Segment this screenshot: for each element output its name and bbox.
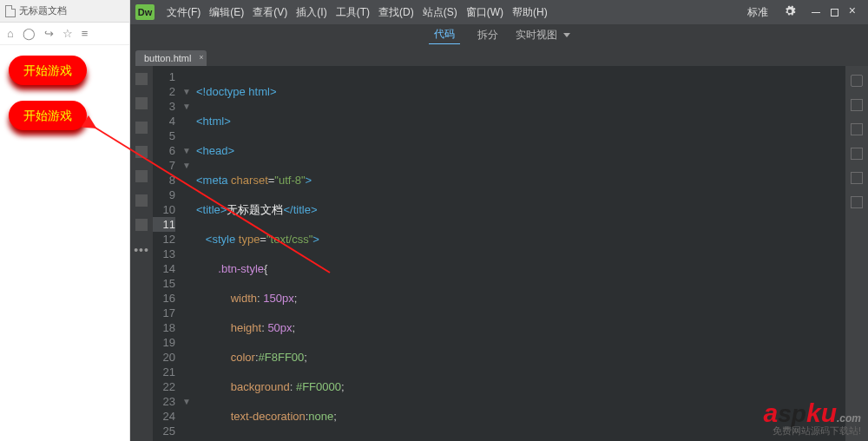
menu-find[interactable]: 查找(D): [375, 5, 418, 20]
tool-icon[interactable]: [135, 122, 148, 134]
more-tools-icon[interactable]: •••: [134, 243, 149, 257]
file-icon: [5, 5, 16, 17]
menu-edit[interactable]: 编辑(E): [206, 5, 247, 20]
tool-icon[interactable]: [135, 219, 148, 231]
panel-icon[interactable]: [851, 123, 863, 135]
view-split[interactable]: 拆分: [472, 26, 503, 44]
left-tool-rail: •••: [130, 66, 153, 441]
menu-help[interactable]: 帮助(H): [509, 5, 551, 20]
view-code[interactable]: 代码: [429, 25, 460, 44]
preview-toolbar: ⌂ ◯ ↪ ☆ ≡: [0, 23, 129, 45]
menu-view[interactable]: 查看(V): [249, 5, 291, 20]
settings-button[interactable]: [777, 5, 803, 20]
reload-icon[interactable]: ◯: [23, 27, 36, 40]
code-editor[interactable]: 1234567891011121314151617181920212223242…: [153, 66, 845, 441]
menu-insert[interactable]: 插入(I): [293, 5, 330, 20]
preview-body: 开始游戏 开始游戏: [0, 45, 129, 441]
live-preview-panel: 无标题文档 ⌂ ◯ ↪ ☆ ≡ 开始游戏 开始游戏: [0, 0, 130, 441]
ide-panel: Dw 文件(F) 编辑(E) 查看(V) 插入(I) 工具(T) 查找(D) 站…: [130, 0, 868, 441]
close-button[interactable]: ×: [849, 6, 856, 18]
menubar: Dw 文件(F) 编辑(E) 查看(V) 插入(I) 工具(T) 查找(D) 站…: [130, 0, 868, 24]
maximize-button[interactable]: [831, 6, 838, 18]
panel-icon[interactable]: [851, 99, 863, 111]
preview-tab[interactable]: 无标题文档: [0, 0, 129, 23]
view-live[interactable]: 实时视图: [516, 28, 570, 43]
panel-icon[interactable]: [851, 196, 863, 208]
right-panel-rail: [845, 66, 868, 441]
watermark: aspku.com 免费网站源码下载站!: [764, 398, 861, 438]
menu-file[interactable]: 文件(F): [163, 5, 204, 20]
tool-icon[interactable]: [135, 170, 148, 182]
fold-column: ▼▼▼▼▼▼: [181, 66, 193, 441]
home-icon[interactable]: ⌂: [7, 27, 14, 40]
file-tab-row: button.html ×: [130, 45, 868, 66]
preview-button-1[interactable]: 开始游戏: [9, 56, 87, 85]
menu-tools[interactable]: 工具(T): [332, 5, 373, 20]
menu-icon[interactable]: ≡: [82, 27, 89, 40]
tool-icon[interactable]: [135, 146, 148, 158]
view-bar: 代码 拆分 实时视图: [130, 24, 868, 45]
workspace-switcher[interactable]: 标准: [740, 5, 775, 20]
line-numbers: 1234567891011121314151617181920212223242…: [153, 66, 181, 441]
preview-tab-title: 无标题文档: [19, 4, 67, 17]
code-content: <!doctype html> <html> <head> <meta char…: [193, 66, 845, 441]
star-icon[interactable]: ☆: [62, 27, 73, 40]
app-logo: Dw: [135, 4, 155, 20]
panel-icon[interactable]: [851, 148, 863, 160]
forward-icon[interactable]: ↪: [44, 27, 54, 40]
chevron-down-icon: [563, 33, 570, 37]
minimize-button[interactable]: [812, 6, 820, 18]
menu-site[interactable]: 站点(S): [419, 5, 461, 20]
file-tab[interactable]: button.html ×: [135, 50, 207, 66]
panel-icon[interactable]: [851, 75, 863, 87]
menu-window[interactable]: 窗口(W): [463, 5, 507, 20]
preview-button-2[interactable]: 开始游戏: [9, 101, 87, 130]
tool-icon[interactable]: [135, 97, 148, 109]
tool-icon[interactable]: [135, 194, 148, 207]
panel-icon[interactable]: [851, 172, 863, 184]
file-tab-label: button.html: [144, 53, 191, 63]
tool-icon[interactable]: [135, 73, 148, 85]
close-icon[interactable]: ×: [199, 53, 203, 62]
